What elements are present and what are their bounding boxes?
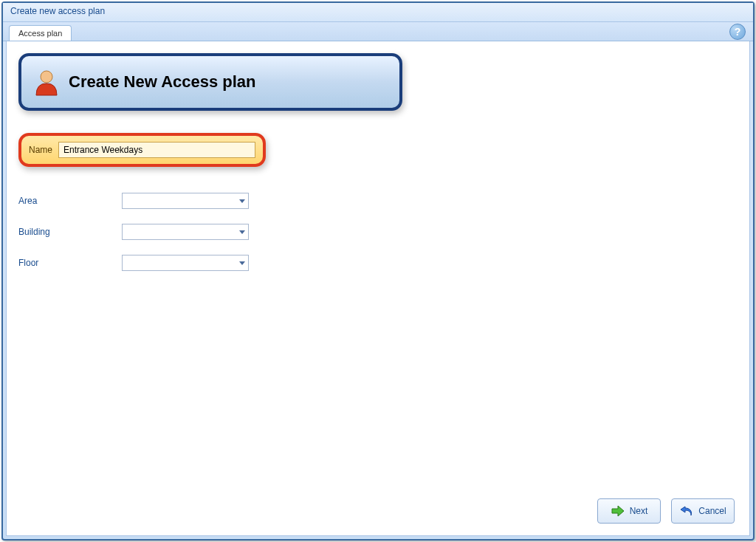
window-title: Create new access plan [10, 6, 105, 16]
chevron-down-icon [239, 261, 245, 265]
floor-label: Floor [18, 258, 122, 268]
building-dropdown[interactable] [122, 224, 249, 240]
area-row: Area [18, 193, 738, 209]
building-label: Building [18, 227, 122, 237]
chevron-down-icon [239, 230, 245, 234]
name-input[interactable] [58, 142, 255, 158]
tab-access-plan[interactable]: Access plan [9, 25, 72, 41]
name-field-highlight: Name [18, 133, 266, 167]
help-icon[interactable]: ? [729, 24, 746, 40]
help-symbol: ? [735, 26, 741, 38]
cancel-button[interactable]: Cancel [671, 498, 735, 524]
dialog-window: Create new access plan Access plan ? Cre… [1, 1, 755, 541]
svg-point-0 [41, 71, 52, 83]
floor-dropdown[interactable] [122, 255, 249, 271]
arrow-right-icon [611, 504, 625, 518]
header-banner: Create New Access plan [18, 53, 402, 111]
window-titlebar: Create new access plan [3, 3, 753, 22]
next-label: Next [630, 506, 648, 516]
floor-row: Floor [18, 255, 738, 271]
tab-strip: Access plan ? [3, 22, 753, 41]
name-label: Name [29, 145, 52, 155]
footer-buttons: Next Cancel [597, 498, 735, 524]
header-title: Create New Access plan [69, 72, 256, 92]
chevron-down-icon [239, 199, 245, 203]
area-dropdown[interactable] [122, 193, 249, 209]
content-area: Create New Access plan Name Area Buildin… [6, 41, 750, 536]
area-label: Area [18, 196, 122, 206]
next-button[interactable]: Next [597, 498, 661, 524]
cancel-label: Cancel [698, 506, 726, 516]
user-icon [32, 67, 61, 97]
undo-icon [679, 504, 694, 518]
building-row: Building [18, 224, 738, 240]
tab-label: Access plan [18, 29, 62, 38]
